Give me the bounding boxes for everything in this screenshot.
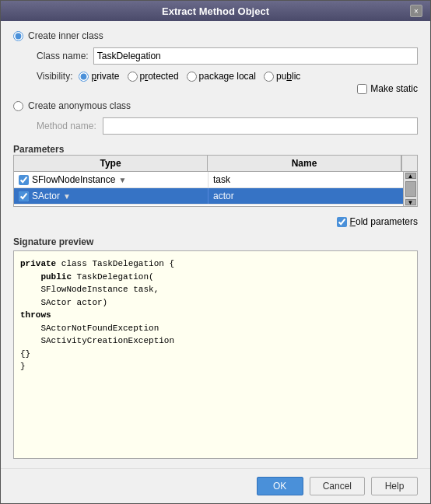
table-row[interactable]: SFlowNodeInstance ▼ task	[14, 172, 403, 188]
parameters-section-label: Parameters	[13, 144, 418, 155]
method-name-label: Method name:	[37, 121, 96, 131]
make-static-checkbox[interactable]	[357, 84, 367, 94]
sig-line-4: SActor actor)	[20, 296, 411, 310]
sig-line-5: throws	[20, 309, 411, 322]
sig-line-1: private class TaskDelegation {	[20, 257, 411, 271]
visibility-package-label[interactable]: package local	[199, 71, 256, 82]
dialog-title: Extract Method Object	[21, 5, 410, 17]
table-row[interactable]: SActor ▼ actor	[14, 188, 403, 205]
visibility-public-radio[interactable]	[264, 72, 274, 82]
parameters-table: Type Name SFlowNodeInstance ▼	[13, 155, 418, 207]
create-anonymous-class-radio[interactable]	[13, 101, 23, 111]
cancel-button[interactable]: Cancel	[310, 477, 365, 495]
type-value-1: SFlowNodeInstance	[32, 174, 115, 185]
method-name-input[interactable]	[103, 117, 418, 135]
fold-parameters-label[interactable]: Fold parameters	[350, 216, 418, 227]
scroll-thumb[interactable]	[405, 181, 416, 197]
sig-line-2: public TaskDelegation(	[20, 271, 411, 284]
type-cell-1: SFlowNodeInstance ▼	[14, 172, 208, 187]
visibility-private-radio[interactable]	[79, 72, 89, 82]
table-body: SFlowNodeInstance ▼ task SActor	[14, 172, 403, 206]
parameters-section: Parameters Type Name SFlow	[13, 141, 418, 207]
row2-checkbox[interactable]	[19, 191, 29, 201]
sig-line-9: }	[20, 360, 411, 373]
sig-line-7: SActivityCreationException	[20, 334, 411, 348]
name-column-header: Name	[208, 156, 401, 171]
name-value-1: task	[213, 174, 230, 185]
visibility-radio-group: private protected package local public	[79, 71, 300, 82]
make-static-label[interactable]: Make static	[370, 83, 418, 94]
visibility-package-radio[interactable]	[187, 72, 197, 82]
table-with-scroll: SFlowNodeInstance ▼ task SActor	[14, 172, 417, 206]
sig-line-6: SActorNotFoundException	[20, 322, 411, 335]
sig-line-8: {}	[20, 348, 411, 361]
close-button[interactable]: ×	[410, 5, 422, 17]
visibility-public-label[interactable]: public	[276, 71, 300, 82]
create-anonymous-class-label[interactable]: Create anonymous class	[28, 100, 131, 111]
fold-parameters-checkbox[interactable]	[337, 217, 347, 227]
dropdown-arrow-2[interactable]: ▼	[63, 192, 71, 201]
signature-section-label: Signature preview	[13, 236, 418, 247]
create-anonymous-class-row: Create anonymous class	[13, 100, 418, 111]
dialog-content: Create inner class Class name: Visibilit…	[1, 21, 430, 468]
help-button[interactable]: Help	[371, 477, 418, 495]
type-cell-2: SActor ▼	[14, 188, 208, 204]
signature-section: Signature preview private class TaskDele…	[13, 233, 418, 459]
type-value-2: SActor	[32, 191, 60, 201]
visibility-label: Visibility:	[37, 71, 72, 82]
class-name-input[interactable]	[93, 47, 418, 65]
name-cell-2: actor	[208, 188, 403, 204]
create-inner-class-label[interactable]: Create inner class	[28, 30, 103, 41]
create-inner-class-radio[interactable]	[13, 31, 23, 41]
dropdown-arrow-1[interactable]: ▼	[118, 176, 126, 184]
make-static-row: Make static	[13, 83, 418, 94]
extract-method-object-dialog: Extract Method Object × Create inner cla…	[0, 0, 431, 504]
ok-button[interactable]: OK	[257, 477, 303, 495]
title-bar: Extract Method Object ×	[1, 1, 430, 21]
visibility-protected[interactable]: protected	[128, 71, 179, 82]
class-name-row: Class name:	[13, 47, 418, 65]
name-value-2: actor	[213, 191, 234, 201]
type-column-header: Type	[14, 156, 208, 171]
signature-preview-box: private class TaskDelegation { public Ta…	[13, 250, 418, 459]
visibility-protected-label[interactable]: protected	[140, 71, 179, 82]
create-inner-class-row: Create inner class	[13, 30, 418, 41]
name-cell-1: task	[208, 172, 403, 187]
visibility-package-local[interactable]: package local	[187, 71, 256, 82]
visibility-private-label[interactable]: private	[91, 71, 119, 82]
fold-parameters-row: Fold parameters	[13, 216, 418, 227]
visibility-row: Visibility: private protected package lo…	[13, 71, 418, 82]
row1-checkbox[interactable]	[19, 175, 29, 185]
scrollbar[interactable]: ▲ ▼	[403, 172, 417, 206]
dialog-buttons: OK Cancel Help	[1, 468, 430, 503]
sig-line-3: SFlowNodeInstance task,	[20, 283, 411, 296]
visibility-public[interactable]: public	[264, 71, 300, 82]
method-name-row: Method name:	[13, 117, 418, 135]
visibility-private[interactable]: private	[79, 71, 119, 82]
table-header: Type Name	[14, 156, 417, 172]
class-name-label: Class name:	[37, 51, 89, 61]
visibility-protected-radio[interactable]	[128, 72, 138, 82]
